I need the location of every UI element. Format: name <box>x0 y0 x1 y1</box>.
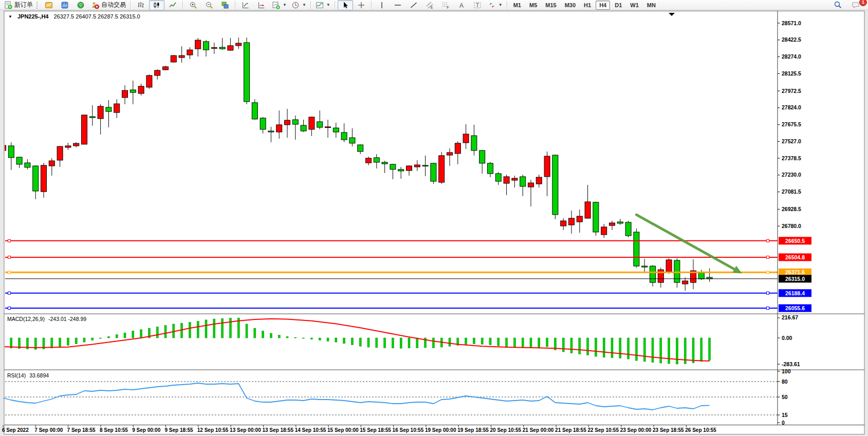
line-handle[interactable] <box>767 271 769 274</box>
candle-body <box>504 177 509 183</box>
candle-body <box>390 164 396 169</box>
candle-body <box>285 120 290 125</box>
search-icon <box>834 1 842 9</box>
candle-body <box>82 115 87 144</box>
macd-bar <box>140 330 142 338</box>
candle-body <box>593 202 599 232</box>
line-handle[interactable] <box>8 292 11 294</box>
candlestick-chart-button[interactable] <box>149 0 164 10</box>
macd-bar <box>303 338 305 338</box>
line-handle[interactable] <box>767 239 769 242</box>
price-tick-label: 27378.5 <box>782 155 801 161</box>
new-order-button[interactable]: 新订单 <box>2 0 35 10</box>
macd-bar <box>676 338 678 364</box>
macd-bar <box>75 338 77 344</box>
text-button[interactable]: A <box>454 0 469 10</box>
macd-bar <box>164 326 167 338</box>
time-tick-label: 23 Sep 00:00 <box>620 427 652 433</box>
price-tick-label: 28422.5 <box>782 36 801 43</box>
search-button[interactable] <box>830 0 845 10</box>
crosshair-button[interactable] <box>354 0 369 10</box>
autotrading-button[interactable]: 自动交易 <box>89 0 128 10</box>
macd-bar <box>286 336 288 338</box>
profiles-button[interactable] <box>41 0 57 10</box>
timeframe-button-m5[interactable]: M5 <box>526 1 541 10</box>
zoom-in-button[interactable] <box>186 0 201 10</box>
macd-bar <box>522 338 524 348</box>
time-tick-label: 7 Sep 00:00 <box>34 427 63 433</box>
timeframe-button-m1[interactable]: M1 <box>510 1 525 10</box>
vertical-line-button[interactable] <box>374 0 390 10</box>
auto-scroll-icon <box>242 1 250 9</box>
line-chart-button[interactable] <box>165 0 180 10</box>
timeframe-button-h4[interactable]: H4 <box>596 1 610 10</box>
macd-bar <box>400 338 402 348</box>
equidistant-channel-button[interactable]: E <box>422 0 437 10</box>
candle-body <box>195 40 201 49</box>
line-handle[interactable] <box>8 271 11 274</box>
candle-body <box>382 162 387 164</box>
candle-body <box>634 232 639 266</box>
zoom-out-button[interactable] <box>201 0 217 10</box>
line-handle[interactable] <box>8 307 11 310</box>
timeframe-button-h1[interactable]: H1 <box>580 1 595 10</box>
market-watch-button[interactable] <box>57 0 72 10</box>
line-handle[interactable] <box>8 239 11 242</box>
chart-shift-button[interactable] <box>254 0 269 10</box>
svg-text:26371.6: 26371.6 <box>785 269 805 275</box>
line-handle[interactable] <box>8 256 11 258</box>
symbol-dropdown-icon[interactable]: ▼ <box>8 14 12 19</box>
line-handle[interactable] <box>767 307 769 310</box>
candle-body <box>179 55 184 58</box>
bar-chart-button[interactable] <box>133 0 149 10</box>
trendline-button[interactable] <box>406 0 421 10</box>
line-handle[interactable] <box>767 256 769 258</box>
horizontal-line-button[interactable] <box>390 0 405 10</box>
candle-body <box>407 166 412 170</box>
macd-bar <box>343 338 345 344</box>
text-label-icon: T <box>473 1 482 9</box>
line-handle[interactable] <box>767 292 769 294</box>
candle-body <box>431 163 436 181</box>
svg-text:A: A <box>459 2 464 9</box>
time-tick-label: 23 Sep 18:55 <box>653 427 684 433</box>
chart-canvas[interactable]: 26650.526504.826371.626188.426055.626315… <box>0 11 868 436</box>
chart-shift-icon <box>257 1 266 9</box>
cursor-button[interactable] <box>338 0 353 10</box>
macd-axis-label: 216.67 <box>782 314 798 320</box>
svg-text:E: E <box>431 5 433 9</box>
periods-button[interactable]: ▼ <box>289 0 308 10</box>
auto-scroll-button[interactable] <box>238 0 253 10</box>
timeframe-button-mn[interactable]: MN <box>643 1 659 10</box>
candle-body <box>610 223 615 225</box>
timeframe-button-w1[interactable]: W1 <box>626 1 642 10</box>
toolbar-separator <box>310 1 311 9</box>
candle-body <box>57 146 63 160</box>
new-chart-icon <box>272 1 280 9</box>
new-chart-button[interactable]: ▼ <box>270 0 289 10</box>
candle-body <box>325 127 331 128</box>
signals-button[interactable] <box>73 0 88 10</box>
tile-windows-button[interactable] <box>217 0 233 10</box>
macd-bar <box>611 338 613 358</box>
text-label-button[interactable]: T <box>470 0 485 10</box>
fibonacci-button[interactable]: F <box>438 0 453 10</box>
macd-bar <box>546 338 548 347</box>
indicators-button[interactable]: ▼ <box>313 0 333 10</box>
candle-body <box>204 42 209 50</box>
macd-bar <box>310 338 312 339</box>
timeframe-button-d1[interactable]: D1 <box>611 1 625 10</box>
candle-body <box>106 107 112 111</box>
price-tick-label: 27675.5 <box>782 121 801 127</box>
timeframe-button-m30[interactable]: M30 <box>561 1 579 10</box>
trendline-icon <box>410 1 418 9</box>
macd-bar <box>709 338 711 361</box>
candle-body <box>163 67 169 70</box>
macd-bar <box>132 331 134 338</box>
macd-bar <box>376 338 378 348</box>
toolbar-grip <box>36 2 40 9</box>
arrows-button[interactable]: ▼ <box>486 0 505 10</box>
notifications-button[interactable]: 1 <box>848 0 864 10</box>
timeframe-button-m15[interactable]: M15 <box>542 1 560 10</box>
time-tick-label: 15 Sep 00:00 <box>327 427 359 433</box>
